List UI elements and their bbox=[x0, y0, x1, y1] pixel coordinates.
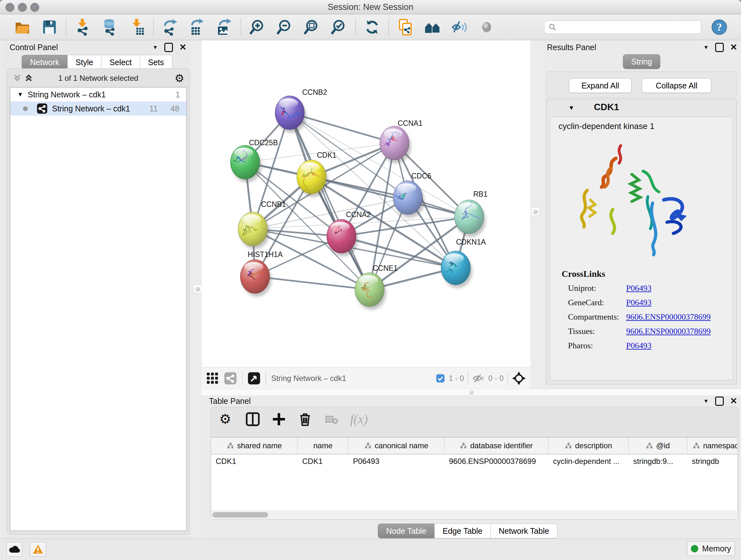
import-table-icon[interactable] bbox=[128, 18, 146, 36]
clone-network-icon[interactable] bbox=[396, 18, 414, 36]
left-splitter-handle[interactable] bbox=[193, 285, 202, 293]
table-panel-collapse-icon[interactable]: ▼ bbox=[703, 398, 709, 405]
crosslink-link[interactable]: P06493 bbox=[626, 284, 651, 293]
network-share-view-icon[interactable] bbox=[224, 372, 237, 385]
column-header-namespac[interactable]: namespac bbox=[687, 437, 737, 454]
hidden-items-eye-icon[interactable] bbox=[472, 373, 484, 383]
delete-table-icon[interactable] bbox=[324, 412, 339, 427]
center-view-crosshair-icon[interactable] bbox=[512, 371, 526, 385]
grid-view-icon[interactable] bbox=[206, 372, 219, 385]
show-all-nodes-icon[interactable] bbox=[423, 18, 441, 36]
crosslink-link[interactable]: 9606.ENSP00000378699 bbox=[626, 327, 711, 336]
scrollbar-thumb[interactable] bbox=[212, 512, 268, 517]
svg-text:?: ? bbox=[717, 21, 722, 33]
table-settings-gear-icon[interactable]: ⚙ bbox=[219, 412, 234, 427]
horizontal-splitter-handle[interactable] bbox=[469, 390, 474, 395]
network-tree-root-row[interactable]: ▼ String Network – cdk1 1 bbox=[10, 87, 186, 102]
edge-RB1-CCNA2[interactable] bbox=[341, 217, 469, 236]
show-columns-icon[interactable] bbox=[246, 412, 260, 427]
node-CDKN1A[interactable] bbox=[441, 251, 472, 288]
function-builder-icon[interactable]: f(x) bbox=[350, 412, 368, 427]
table-row[interactable]: CDK1CDK1P064939606.ENSP00000378699cyclin… bbox=[211, 454, 737, 469]
search-box[interactable] bbox=[544, 20, 701, 34]
table-panel-close-icon[interactable]: ✕ bbox=[730, 397, 738, 406]
table-horizontal-scrollbar[interactable] bbox=[211, 510, 738, 519]
column-header-@id[interactable]: @id bbox=[629, 437, 687, 454]
left-splitter[interactable] bbox=[191, 40, 202, 539]
edge-CDK1-RB1[interactable] bbox=[312, 177, 469, 217]
crosslinks-title: CrossLinks bbox=[562, 269, 605, 279]
export-table-icon[interactable] bbox=[188, 18, 206, 36]
column-header-description[interactable]: description bbox=[549, 437, 629, 454]
results-panel-collapse-icon[interactable]: ▼ bbox=[703, 44, 709, 51]
right-splitter-handle[interactable] bbox=[531, 207, 539, 216]
export-network-icon[interactable] bbox=[161, 18, 179, 36]
edge-CCNB2-CCNE1[interactable] bbox=[290, 113, 369, 290]
crosslink-link[interactable]: P06493 bbox=[626, 298, 651, 307]
import-network-database-icon[interactable] bbox=[101, 18, 119, 36]
export-image-icon[interactable] bbox=[215, 18, 233, 36]
selected-checkbox-icon[interactable] bbox=[436, 374, 445, 383]
tab-network-table[interactable]: Network Table bbox=[490, 523, 557, 538]
window-title: Session: New Session bbox=[0, 2, 741, 12]
tab-select[interactable]: Select bbox=[101, 55, 140, 70]
tab-sets[interactable]: Sets bbox=[140, 55, 172, 70]
node-CDC25B[interactable] bbox=[230, 145, 262, 182]
column-header-name[interactable]: name bbox=[298, 437, 348, 454]
import-network-icon[interactable] bbox=[74, 18, 91, 36]
tab-style[interactable]: Style bbox=[67, 55, 102, 70]
search-input[interactable] bbox=[559, 22, 697, 32]
edge-HIST1H1A-CCNE1[interactable] bbox=[255, 276, 369, 290]
network-options-gear-icon[interactable]: ⚙ bbox=[175, 72, 184, 84]
network-tree-row-selected[interactable]: String Network – cdk1 11 48 bbox=[10, 102, 186, 116]
warnings-button[interactable] bbox=[30, 542, 46, 557]
save-session-icon[interactable] bbox=[41, 18, 58, 36]
crosslink-link[interactable]: P06493 bbox=[626, 341, 651, 351]
expand-all-button[interactable]: Expand All bbox=[569, 78, 631, 93]
refresh-layout-icon[interactable] bbox=[363, 18, 381, 36]
network-tree: ▼ String Network – cdk1 1 String Network… bbox=[10, 87, 187, 531]
node-CCNA1[interactable] bbox=[380, 126, 411, 163]
tab-network[interactable]: Network bbox=[22, 55, 68, 70]
column-header-canonical-name[interactable]: canonical name bbox=[348, 437, 445, 454]
network-canvas[interactable]: CCNB2CCNA1CDC25BCDK1CDC6RB1CCNB1CCNA2CDK… bbox=[202, 40, 530, 367]
open-session-icon[interactable] bbox=[13, 18, 31, 36]
results-panel-float-icon[interactable] bbox=[715, 43, 724, 52]
tree-disclosure-icon[interactable]: ▼ bbox=[17, 91, 23, 98]
graphics-detail-icon[interactable] bbox=[478, 18, 495, 36]
control-panel-float-icon[interactable] bbox=[164, 43, 173, 52]
node-HIST1H1A[interactable] bbox=[240, 260, 272, 297]
zoom-in-icon[interactable] bbox=[249, 18, 266, 36]
crosslink-link[interactable]: 9606.ENSP00000378699 bbox=[626, 312, 711, 322]
zoom-fit-icon[interactable] bbox=[303, 18, 321, 36]
node-RB1[interactable] bbox=[455, 200, 486, 237]
control-panel-close-icon[interactable]: ✕ bbox=[179, 43, 187, 52]
node-CDC6[interactable] bbox=[393, 181, 424, 218]
table-panel-float-icon[interactable] bbox=[715, 396, 724, 406]
collapse-all-button[interactable]: Collapse All bbox=[642, 78, 711, 93]
node-CDK1[interactable] bbox=[297, 160, 328, 197]
crosslink-row: Compartments:9606.ENSP00000378699 bbox=[568, 310, 728, 324]
results-panel-close-icon[interactable]: ✕ bbox=[730, 43, 738, 52]
zoom-out-icon[interactable] bbox=[276, 18, 293, 36]
tab-edge-table[interactable]: Edge Table bbox=[434, 523, 491, 538]
column-header-database-identifier[interactable]: database identifier bbox=[445, 437, 549, 454]
network-edge-count: 48 bbox=[171, 104, 179, 113]
tab-string[interactable]: String bbox=[623, 54, 660, 69]
node-CCNB2[interactable] bbox=[275, 96, 307, 133]
section-disclosure-icon[interactable]: ▼ bbox=[568, 105, 575, 111]
help-icon[interactable]: ? bbox=[711, 18, 728, 36]
delete-column-icon[interactable] bbox=[298, 412, 313, 427]
memory-status-button[interactable]: Memory bbox=[687, 541, 735, 556]
column-header-shared-name[interactable]: shared name bbox=[211, 437, 298, 454]
cloud-status-button[interactable] bbox=[6, 542, 22, 557]
right-splitter[interactable] bbox=[530, 40, 544, 389]
horizontal-splitter[interactable] bbox=[202, 389, 741, 396]
birds-eye-view-icon[interactable] bbox=[248, 372, 260, 385]
control-panel-collapse-icon[interactable]: ▼ bbox=[152, 44, 158, 51]
tab-node-table[interactable]: Node Table bbox=[378, 523, 434, 538]
node-CCNE1[interactable] bbox=[355, 273, 386, 310]
zoom-selected-icon[interactable] bbox=[330, 18, 348, 36]
hide-selected-icon[interactable] bbox=[451, 18, 468, 36]
add-column-icon[interactable] bbox=[272, 412, 286, 427]
